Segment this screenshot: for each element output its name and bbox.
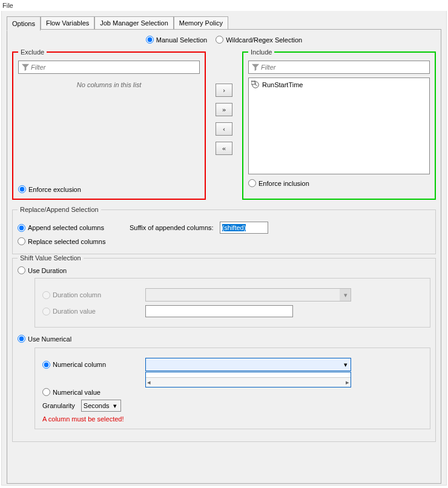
duration-column-input — [42, 291, 50, 299]
duration-group: Duration column ▾ Duration value — [35, 278, 430, 328]
numerical-column-radio[interactable]: Numerical column — [42, 361, 139, 369]
wildcard-selection-input[interactable] — [216, 36, 223, 44]
enforce-inclusion-label: Enforce inclusion — [259, 180, 309, 187]
move-right-button[interactable]: › — [216, 84, 232, 97]
exclude-column: Exclude No columns in this list Enforce … — [12, 48, 206, 200]
use-numerical-radio[interactable]: Use Numerical — [18, 335, 71, 343]
use-duration-label: Use Duration — [28, 267, 67, 274]
options-panel: Manual Selection Wildcard/Regex Selectio… — [7, 29, 441, 484]
filter-icon — [21, 63, 30, 71]
enforce-exclusion-input[interactable] — [18, 185, 26, 193]
replace-append-fieldset: Replace/Append Selection Append selected… — [12, 206, 436, 254]
move-left-button[interactable]: ‹ — [216, 122, 232, 136]
use-numerical-label: Use Numerical — [28, 335, 71, 343]
selection-mode-row: Manual Selection Wildcard/Regex Selectio… — [12, 36, 436, 44]
shift-value-fieldset: Shift Value Selection Use Duration Durat… — [12, 254, 436, 442]
append-columns-label: Append selected columns — [28, 224, 104, 231]
error-message: A column must be selected! — [42, 415, 423, 423]
content-area: Options Flow Variables Job Manager Selec… — [1, 11, 447, 486]
numerical-value-input[interactable] — [42, 388, 50, 396]
append-columns-radio[interactable]: Append selected columns — [18, 224, 124, 232]
manual-selection-label: Manual Selection — [156, 36, 207, 44]
dialog-window: File Options Flow Variables Job Manager … — [0, 0, 448, 488]
enforce-exclusion-radio[interactable]: Enforce exclusion — [18, 185, 200, 193]
replace-row: Replace selected columns — [18, 237, 430, 245]
replace-columns-input[interactable] — [18, 237, 25, 245]
replace-append-legend: Replace/Append Selection — [18, 206, 101, 213]
wildcard-selection-label: Wildcard/Regex Selection — [226, 36, 302, 44]
numerical-value-row: Numerical value — [42, 388, 423, 396]
suffix-input[interactable]: (shifted) — [220, 222, 268, 234]
manual-selection-radio[interactable]: Manual Selection — [146, 36, 207, 44]
duration-column-radio: Duration column — [42, 291, 139, 299]
exclude-enforce-row: Enforce exclusion — [18, 185, 200, 193]
duration-value-row: Duration value — [42, 305, 423, 317]
shift-value-legend: Shift Value Selection — [18, 254, 84, 262]
list-item[interactable]: RunStartTime — [250, 79, 428, 90]
filter-icon — [251, 63, 260, 71]
exclude-filter-input[interactable] — [30, 62, 197, 73]
suffix-label: Suffix of appended columns: — [130, 224, 214, 231]
include-list[interactable]: RunStartTime — [248, 77, 430, 174]
replace-columns-radio[interactable]: Replace selected columns — [18, 237, 105, 245]
exclude-filter[interactable] — [18, 61, 200, 74]
tab-bar: Options Flow Variables Job Manager Selec… — [7, 16, 441, 30]
duration-column-label: Duration column — [53, 291, 101, 298]
exclude-fieldset: Exclude No columns in this list Enforce … — [12, 48, 206, 200]
numerical-column-dropdown[interactable]: ▾ ◂ ▸ — [145, 358, 351, 371]
include-fieldset: Include — [242, 48, 436, 200]
tab-memory-policy[interactable]: Memory Policy — [174, 16, 228, 30]
duration-column-row: Duration column ▾ — [42, 288, 423, 302]
granularity-value: Seconds — [82, 402, 110, 409]
chevron-down-icon[interactable]: ▾ — [340, 358, 351, 371]
dropdown-scrollbar[interactable]: ◂ ▸ — [146, 377, 351, 387]
exclude-legend: Exclude — [18, 48, 47, 56]
file-menu[interactable]: File — [2, 2, 13, 9]
duration-column-dropdown: ▾ — [145, 288, 351, 302]
move-all-left-button[interactable]: « — [216, 142, 232, 155]
use-numerical-input[interactable] — [18, 335, 25, 343]
numerical-column-input[interactable] — [42, 361, 50, 369]
include-enforce-row: Enforce inclusion — [248, 179, 430, 187]
scroll-left-icon[interactable]: ◂ — [147, 378, 151, 386]
suffix-value: (shifted) — [222, 224, 246, 231]
chevron-down-icon[interactable]: ▾ — [110, 400, 120, 411]
numerical-column-dropdown-list[interactable]: ◂ ▸ — [145, 372, 351, 387]
manual-selection-input[interactable] — [146, 36, 154, 44]
scroll-right-icon[interactable]: ▸ — [346, 378, 349, 386]
include-column: Include — [242, 48, 436, 200]
granularity-dropdown[interactable]: Seconds ▾ — [81, 400, 121, 412]
replace-columns-label: Replace selected columns — [28, 238, 105, 245]
exclude-empty-text: No columns in this list — [77, 81, 141, 88]
append-columns-input[interactable] — [18, 224, 25, 232]
enforce-inclusion-radio[interactable]: Enforce inclusion — [248, 179, 430, 187]
datetime-icon — [251, 81, 260, 89]
use-duration-input[interactable] — [18, 266, 25, 274]
tab-job-manager[interactable]: Job Manager Selection — [94, 16, 174, 30]
tab-flow-variables[interactable]: Flow Variables — [41, 16, 94, 30]
enforce-exclusion-label: Enforce exclusion — [28, 186, 81, 193]
numerical-column-label: Numerical column — [53, 361, 106, 368]
include-filter[interactable] — [248, 61, 430, 74]
chevron-down-icon: ▾ — [340, 289, 351, 301]
numerical-group: Numerical column ▾ ◂ ▸ — [35, 348, 430, 429]
include-legend: Include — [248, 48, 274, 56]
move-buttons: › » ‹ « — [206, 48, 242, 200]
move-all-right-button[interactable]: » — [216, 103, 232, 116]
numerical-value-label: Numerical value — [53, 389, 100, 396]
exclude-list[interactable]: No columns in this list — [18, 77, 200, 180]
enforce-inclusion-input[interactable] — [248, 179, 256, 187]
include-filter-input[interactable] — [260, 62, 427, 73]
use-duration-radio[interactable]: Use Duration — [18, 266, 430, 274]
granularity-label: Granularity — [42, 402, 75, 409]
column-twin-list: Exclude No columns in this list Enforce … — [12, 48, 436, 200]
wildcard-selection-radio[interactable]: Wildcard/Regex Selection — [216, 36, 302, 44]
numerical-column-row: Numerical column ▾ ◂ ▸ — [42, 358, 423, 371]
numerical-value-radio[interactable]: Numerical value — [42, 388, 139, 396]
list-item-label: RunStartTime — [262, 81, 303, 88]
duration-value-radio: Duration value — [42, 308, 139, 315]
tab-options[interactable]: Options — [7, 16, 41, 31]
svg-rect-1 — [251, 81, 255, 84]
duration-value-input — [42, 308, 50, 315]
duration-value-label: Duration value — [53, 308, 96, 315]
